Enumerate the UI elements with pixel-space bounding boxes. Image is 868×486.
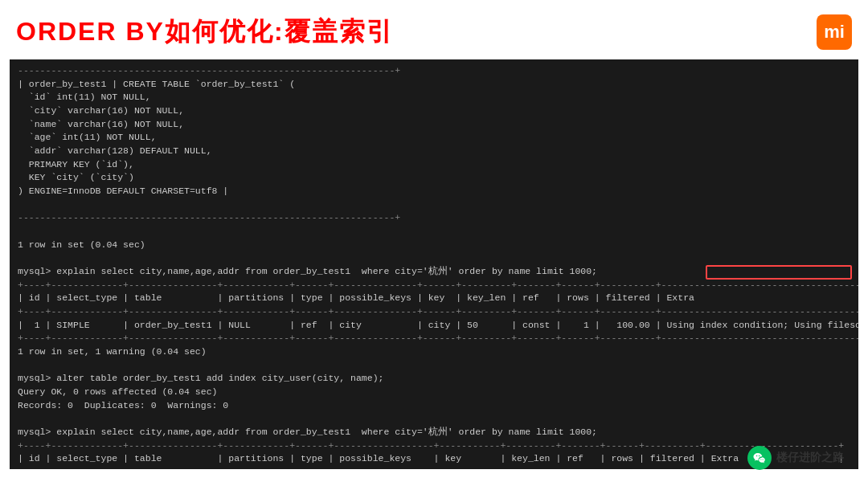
term-line: Query OK, 0 rows affected (0.04 sec) (18, 386, 850, 399)
wechat-icon (747, 446, 772, 470)
watermark: 楼仔进阶之路 (747, 446, 844, 470)
term-line (18, 251, 850, 265)
watermark-label: 楼仔进阶之路 (776, 451, 844, 465)
term-line (18, 198, 850, 212)
term-line: | order_by_test1 | CREATE TABLE `order_b… (18, 78, 850, 92)
term-line-query1: mysql> explain select city,name,age,addr… (18, 265, 850, 279)
terminal-area: ----------------------------------------… (10, 59, 858, 469)
term-line-alter: mysql> alter table order_by_test1 add in… (18, 372, 850, 386)
term-line: KEY `city` (`city`) (18, 171, 850, 185)
term-line (18, 412, 850, 426)
term-line-header2: | id | select_type | table | partitions … (18, 452, 850, 466)
term-line-query2: mysql> explain select city,name,age,addr… (18, 426, 850, 439)
term-line: `addr` varchar(128) DEFAULT NULL, (18, 145, 850, 158)
term-line: `age` int(11) NOT NULL, (18, 131, 850, 145)
term-line: ) ENGINE=InnoDB DEFAULT CHARSET=utf8 | (18, 185, 850, 198)
term-line: +----+-------------+----------------+---… (18, 439, 850, 453)
term-line: +----+-------------+----------------+---… (18, 466, 850, 469)
term-line-row1: | 1 | SIMPLE | order_by_test1 | NULL | r… (18, 319, 850, 333)
term-line: ----------------------------------------… (18, 64, 850, 78)
term-line: `name` varchar(16) NOT NULL, (18, 118, 850, 132)
term-line: `city` varchar(16) NOT NULL, (18, 104, 850, 118)
term-line-header1: | id | select_type | table | partitions … (18, 292, 850, 305)
term-line: +----+-------------+----------------+---… (18, 279, 850, 292)
term-line (18, 225, 850, 239)
header: ORDER BY如何优化:覆盖索引 mi (0, 0, 868, 59)
term-line: +----+-------------+----------------+---… (18, 305, 850, 319)
term-line: 1 row in set, 1 warning (0.04 sec) (18, 345, 850, 359)
page-title: ORDER BY如何优化:覆盖索引 (16, 14, 394, 50)
term-line: ----------------------------------------… (18, 211, 850, 225)
term-line: `id` int(11) NOT NULL, (18, 91, 850, 104)
term-line: Records: 0 Duplicates: 0 Warnings: 0 (18, 399, 850, 413)
term-line: +----+-------------+----------------+---… (18, 332, 850, 345)
term-line (18, 359, 850, 373)
term-line: PRIMARY KEY (`id`), (18, 158, 850, 172)
mi-logo: mi (817, 14, 852, 50)
term-line: 1 row in set (0.04 sec) (18, 239, 850, 252)
